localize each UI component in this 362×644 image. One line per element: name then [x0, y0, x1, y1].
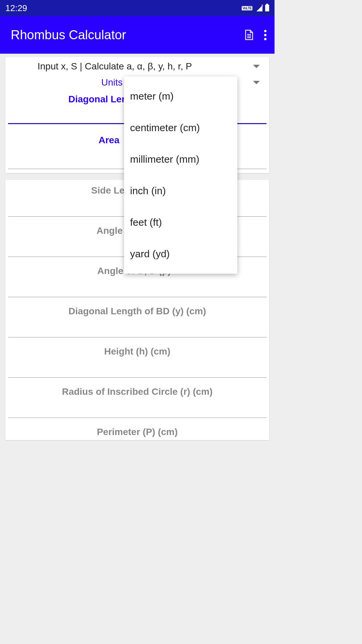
diagonal-bd-output: [8, 317, 266, 337]
radius-group: Radius of Inscribed Circle (r) (cm): [8, 380, 266, 421]
perimeter-label: Perimeter (P) (cm): [8, 421, 266, 437]
dropdown-item-meter[interactable]: meter (m): [124, 80, 237, 112]
diagonal-bd-label: Diagonal Length of BD (y) (cm): [8, 300, 266, 317]
document-icon[interactable]: [244, 29, 253, 41]
status-bar: 12:29 VoLTE x: [0, 0, 275, 16]
radius-output: [8, 397, 266, 418]
chevron-down-icon: [253, 81, 260, 84]
perimeter-group: Perimeter (P) (cm): [8, 421, 266, 440]
height-group: Height (h) (cm): [8, 340, 266, 380]
status-time: 12:29: [5, 3, 27, 13]
dropdown-item-inch[interactable]: inch (in): [124, 175, 237, 207]
diagonal-bd-group: Diagonal Length of BD (y) (cm): [8, 300, 266, 340]
units-dropdown-menu: meter (m) centimeter (cm) millimeter (mm…: [124, 76, 237, 274]
app-title: Rhombus Calculator: [11, 28, 126, 42]
chevron-down-icon: [253, 65, 260, 68]
units-label: Units: [11, 77, 123, 88]
dropdown-item-yard[interactable]: yard (yd): [124, 238, 237, 270]
mode-spinner[interactable]: Input x, S | Calculate a, α, β, y, h, r,…: [8, 57, 266, 76]
dropdown-item-centimeter[interactable]: centimeter (cm): [124, 112, 237, 144]
height-output: [8, 357, 266, 378]
more-vert-icon[interactable]: [264, 30, 266, 40]
dropdown-item-millimeter[interactable]: millimeter (mm): [124, 144, 237, 175]
battery-icon: [265, 5, 269, 11]
dropdown-item-feet[interactable]: feet (ft): [124, 207, 237, 238]
radius-label: Radius of Inscribed Circle (r) (cm): [8, 380, 266, 397]
volte-icon: VoLTE: [242, 6, 252, 10]
status-icons: VoLTE x: [242, 5, 269, 11]
app-bar: Rhombus Calculator: [0, 16, 275, 54]
angle-b-output: [8, 276, 266, 297]
mode-spinner-text: Input x, S | Calculate a, α, β, y, h, r,…: [11, 61, 192, 72]
app-bar-actions: [244, 29, 269, 41]
height-label: Height (h) (cm): [8, 340, 266, 357]
signal-icon: x: [255, 5, 262, 11]
